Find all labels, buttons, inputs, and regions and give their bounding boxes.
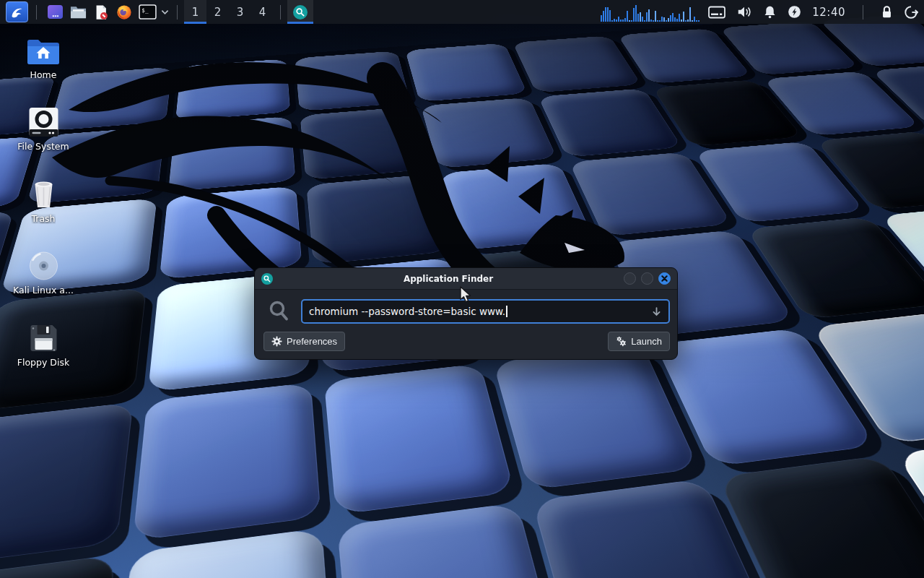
visualizer-bar — [609, 10, 611, 22]
display-indicator[interactable] — [708, 6, 725, 19]
minimize-button[interactable] — [624, 272, 636, 285]
visualizer-bar — [694, 17, 695, 22]
visualizer-bar — [618, 17, 619, 22]
power-manager-indicator[interactable] — [788, 5, 801, 19]
trash-basket-icon — [27, 178, 60, 210]
dialog-buttons-row: Preferences — [263, 332, 670, 351]
desktop-item-kali-linux[interactable]: Kali Linux a... — [4, 250, 83, 296]
floppy-disk-icon — [27, 322, 60, 354]
gear-icon — [271, 336, 282, 347]
log-out-button[interactable] — [904, 5, 918, 20]
notifications-indicator[interactable] — [763, 5, 777, 19]
terminal-dropdown-chevron[interactable] — [159, 0, 170, 24]
file-system-drive-icon — [27, 106, 60, 138]
visualizer-bar — [666, 20, 667, 22]
visualizer-bar — [620, 20, 622, 22]
application-finder-search-icon — [261, 273, 273, 285]
launcher-text-editor[interactable] — [90, 0, 113, 24]
terminal-glyph: $_ — [141, 7, 149, 14]
launcher-firefox[interactable] — [113, 0, 136, 24]
maximize-button[interactable] — [641, 272, 653, 285]
taskbar-item-application-finder[interactable] — [287, 0, 313, 24]
visualizer-bar — [659, 20, 661, 22]
visualizer-bar — [657, 20, 658, 22]
log-out-icon — [904, 5, 918, 20]
desktop-item-label: Floppy Disk — [17, 358, 69, 368]
workspace-label: 2 — [214, 6, 222, 19]
close-icon — [661, 275, 668, 282]
visualizer-bar — [611, 20, 613, 22]
launcher-file-manager[interactable] — [66, 0, 90, 24]
visualizer-bar — [637, 14, 639, 22]
preferences-label: Preferences — [287, 336, 337, 347]
command-input-value: chromium --password-store=basic www. — [309, 306, 505, 317]
down-arrow-icon[interactable] — [651, 306, 662, 317]
audio-visualizer-bars — [601, 3, 699, 22]
lock-icon — [881, 5, 893, 20]
desktop-item-file-system[interactable]: File System — [4, 106, 83, 152]
launch-button[interactable]: Launch — [608, 332, 670, 351]
visualizer-bar — [687, 20, 689, 22]
window-app-icon — [47, 4, 64, 20]
kali-menu-button[interactable] — [6, 1, 28, 22]
volume-indicator[interactable] — [736, 5, 752, 19]
desktop-item-trash[interactable]: Trash — [4, 178, 83, 224]
workspace-button-4[interactable]: 4 — [251, 0, 274, 24]
visualizer-bar — [631, 20, 632, 22]
window-title: Application Finder — [273, 274, 624, 284]
top-panel: $_ 1 2 3 4 — [0, 0, 924, 24]
visualizer-bar — [605, 7, 606, 22]
workspace-button-2[interactable]: 2 — [206, 0, 229, 24]
panel-separator — [36, 5, 37, 20]
window-controls — [624, 272, 671, 285]
desktop-screen: $_ 1 2 3 4 — [0, 0, 924, 578]
desktop-item-floppy-disk[interactable]: Floppy Disk — [4, 322, 83, 368]
firefox-icon — [116, 4, 132, 20]
panel-separator — [863, 5, 863, 20]
desktop-item-label: Trash — [31, 214, 55, 224]
launch-label: Launch — [631, 336, 662, 347]
visualizer-bar — [676, 19, 678, 22]
visualizer-bar — [648, 9, 650, 22]
visualizer-bar — [689, 7, 691, 22]
visualizer-bar — [674, 17, 676, 22]
desktop-item-home[interactable]: Home — [4, 38, 83, 80]
visualizer-bar — [679, 14, 680, 22]
workspace-label: 1 — [192, 6, 199, 19]
close-button[interactable] — [658, 272, 671, 285]
visualizer-bar — [670, 15, 671, 22]
kali-logo-icon — [9, 4, 25, 20]
visualizer-bar — [646, 12, 648, 22]
visualizer-bar — [672, 13, 674, 22]
visualizer-bar — [685, 20, 687, 22]
cd-disc-icon — [27, 250, 60, 282]
visualizer-bar — [698, 20, 699, 22]
home-folder-icon — [26, 38, 61, 66]
visualizer-bar — [616, 20, 617, 22]
preferences-button[interactable]: Preferences — [263, 332, 345, 351]
text-caret — [506, 306, 507, 317]
visualizer-bar — [614, 19, 615, 22]
workspace-label: 3 — [237, 6, 244, 19]
workspace-button-3[interactable]: 3 — [229, 0, 251, 24]
lock-screen-button[interactable] — [881, 5, 893, 20]
mouse-cursor — [460, 286, 472, 303]
desktop-item-label: Kali Linux a... — [13, 285, 74, 296]
panel-separator — [177, 5, 178, 20]
visualizer-bar — [629, 20, 630, 22]
visualizer-bar — [640, 12, 641, 22]
visualizer-bar — [627, 11, 628, 22]
launcher-window-app[interactable] — [43, 0, 66, 24]
display-icon — [708, 6, 725, 19]
visualizer-bar — [644, 20, 645, 22]
clock[interactable]: 12:40 — [812, 6, 845, 19]
visualizer-bar — [633, 8, 635, 22]
workspace-button-1[interactable]: 1 — [184, 0, 206, 24]
bell-icon — [763, 5, 777, 19]
launcher-terminal[interactable]: $_ — [136, 0, 159, 24]
visualizer-bar — [622, 20, 624, 22]
visualizer-bar — [642, 17, 643, 22]
command-input[interactable]: chromium --password-store=basic www. — [301, 299, 670, 324]
visualizer-bar — [681, 20, 682, 22]
visualizer-bar — [661, 17, 663, 22]
